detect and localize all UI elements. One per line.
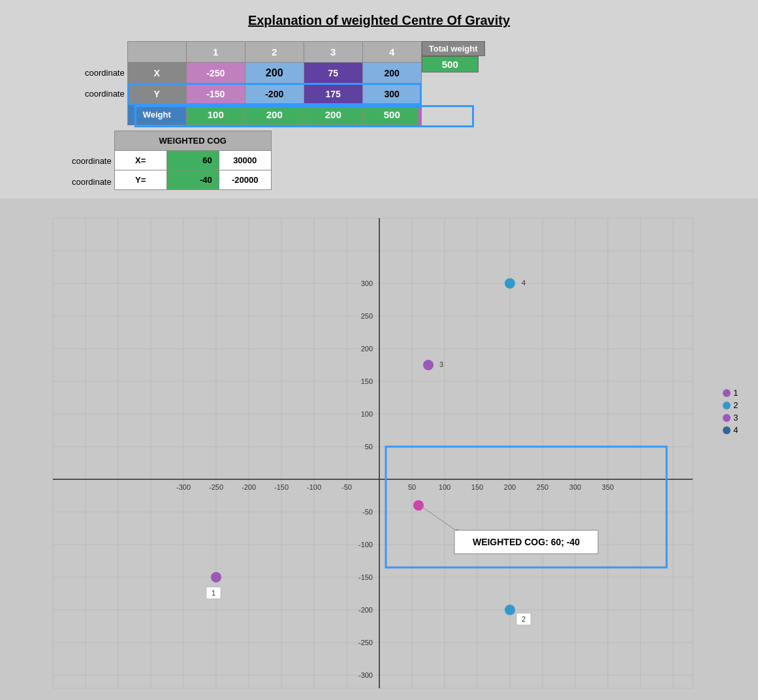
cog-table: WEIGHTED COG X= 60 30000 Y= -40 -20000 — [114, 131, 272, 190]
x-val-1: -250 — [186, 63, 245, 84]
y-val-3: 175 — [304, 84, 362, 104]
w-val-3: 200 — [304, 104, 362, 125]
legend-label-4: 4 — [733, 425, 738, 435]
legend-label-3: 3 — [733, 413, 738, 422]
cog-x-result: 30000 — [219, 151, 271, 170]
legend-dot-3 — [723, 414, 731, 422]
svg-text:100: 100 — [438, 483, 450, 491]
svg-text:-50: -50 — [341, 483, 352, 491]
svg-text:150: 150 — [360, 377, 372, 385]
svg-text:-100: -100 — [306, 483, 321, 491]
weight-label: Weight — [127, 104, 186, 125]
svg-text:200: 200 — [360, 345, 372, 353]
legend-dot-1 — [723, 389, 731, 397]
cog-header: WEIGHTED COG — [114, 131, 271, 151]
location-2-point[interactable] — [505, 605, 515, 615]
location-4-label: 4 — [522, 279, 526, 287]
cog-y-val: -40 — [166, 170, 219, 190]
total-weight-label: Total weight — [422, 41, 485, 56]
svg-text:-200: -200 — [241, 483, 255, 491]
w-val-4: 500 — [362, 104, 421, 125]
cog-x-eq: X= — [114, 151, 166, 170]
svg-rect-1 — [53, 218, 693, 688]
svg-text:-50: -50 — [362, 508, 373, 516]
svg-text:100: 100 — [360, 410, 372, 418]
legend: 1 2 3 4 — [723, 388, 738, 438]
svg-text:-150: -150 — [274, 483, 288, 491]
location-1-point[interactable] — [211, 572, 221, 582]
y-val-2: -200 — [245, 84, 304, 104]
header-loc3: 3 — [304, 42, 362, 63]
x-coord-label: X — [127, 63, 186, 84]
cog-y-label: coordinate — [72, 171, 112, 192]
y-val-4: 300 — [362, 84, 421, 104]
main-table: 1 2 3 4 X -250 200 75 200 Y -150 — [127, 41, 422, 125]
location-4-point[interactable] — [505, 278, 515, 289]
cog-y-result: -20000 — [219, 170, 271, 190]
y-label: coordinate — [85, 83, 125, 104]
svg-text:-300: -300 — [358, 671, 372, 679]
svg-text:-150: -150 — [358, 573, 372, 581]
legend-dot-4 — [723, 426, 731, 434]
location-1-label: 1 — [211, 589, 215, 597]
cog-section: coordinate coordinate WEIGHTED COG X= 60… — [72, 131, 738, 192]
cog-x-label: coordinate — [72, 150, 112, 171]
svg-text:300: 300 — [569, 483, 580, 491]
header-loc1: 1 — [186, 42, 245, 63]
x-val-4: 200 — [362, 63, 421, 84]
svg-text:200: 200 — [503, 483, 515, 491]
header-loc2: 2 — [245, 42, 304, 63]
svg-text:50: 50 — [364, 443, 372, 451]
svg-text:300: 300 — [360, 279, 372, 287]
cog-text-label: WEIGHTED COG: 60; -40 — [472, 537, 579, 547]
svg-text:250: 250 — [536, 483, 548, 491]
total-weight-section: Total weight 500 — [422, 41, 485, 72]
header-blank — [127, 42, 186, 63]
svg-text:-200: -200 — [358, 606, 372, 614]
location-3-label: 3 — [439, 360, 443, 368]
row-labels: coordinate coordinate — [85, 41, 125, 125]
chart-section: -50 -100 -150 -200 -250 -300 50 100 150 … — [0, 199, 758, 700]
page-title: Explanation of weighted Centre Of Gravit… — [20, 13, 738, 28]
y-coord-label: Y — [127, 84, 186, 104]
w-val-1: 100 — [186, 104, 245, 125]
top-section: Explanation of weighted Centre Of Gravit… — [0, 0, 758, 199]
x-val-3: 75 — [304, 63, 362, 84]
svg-text:-250: -250 — [208, 483, 223, 491]
svg-text:150: 150 — [471, 483, 482, 491]
legend-label-2: 2 — [733, 400, 738, 410]
y-val-1: -150 — [186, 84, 245, 104]
svg-text:350: 350 — [601, 483, 613, 491]
x-label: coordinate — [85, 62, 125, 83]
svg-text:250: 250 — [360, 312, 372, 320]
cog-point — [413, 500, 424, 511]
location-3-point[interactable] — [423, 360, 434, 370]
chart-svg: -50 -100 -150 -200 -250 -300 50 100 150 … — [33, 205, 725, 700]
total-weight-value: 500 — [422, 56, 479, 72]
svg-text:-100: -100 — [358, 541, 372, 549]
cog-y-eq: Y= — [114, 170, 166, 190]
header-loc4: 4 — [362, 42, 421, 63]
cog-x-val: 60 — [166, 151, 219, 170]
legend-label-1: 1 — [733, 388, 738, 398]
legend-dot-2 — [723, 402, 731, 409]
svg-text:50: 50 — [407, 483, 415, 491]
svg-text:-300: -300 — [176, 483, 190, 491]
location-2-label: 2 — [521, 615, 525, 623]
w-val-2: 200 — [245, 104, 304, 125]
svg-text:-250: -250 — [358, 639, 372, 646]
x-val-2: 200 — [245, 63, 304, 84]
